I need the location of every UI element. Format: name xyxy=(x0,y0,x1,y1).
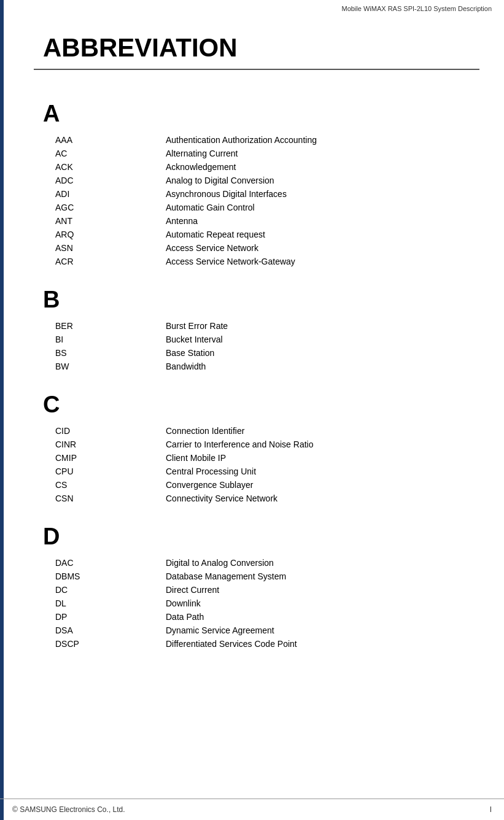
definition: Asynchronous Digital Interfaces xyxy=(166,187,492,201)
table-row: BWBandwidth xyxy=(55,360,492,373)
definition: Convergence Sublayer xyxy=(166,478,492,492)
table-row: ADCAnalog to Digital Conversion xyxy=(55,174,492,187)
definition: Connectivity Service Network xyxy=(166,492,492,505)
table-row: CMIPClient Mobile IP xyxy=(55,451,492,465)
abbreviation: CID xyxy=(55,424,166,438)
definition: Automatic Repeat request xyxy=(166,228,492,241)
definition: Antenna xyxy=(166,214,492,228)
definition: Analog to Digital Conversion xyxy=(166,174,492,187)
abbreviation: AAA xyxy=(55,133,166,147)
definition: Client Mobile IP xyxy=(166,451,492,465)
definition: Central Processing Unit xyxy=(166,465,492,478)
table-row: ACAlternating Current xyxy=(55,147,492,160)
abbreviation: DP xyxy=(55,610,166,624)
abbreviation: BS xyxy=(55,346,166,360)
section-d: DDACDigital to Analog ConversionDBMSData… xyxy=(43,524,479,651)
table-row: DSADynamic Service Agreement xyxy=(55,624,492,637)
abbreviation: DSA xyxy=(55,624,166,637)
table-row: CINRCarrier to Interference and Noise Ra… xyxy=(55,438,492,451)
left-bar xyxy=(0,0,4,820)
definition: Acknowledgement xyxy=(166,160,492,174)
abbreviation: BER xyxy=(55,319,166,333)
definition: Access Service Network-Gateway xyxy=(166,255,492,268)
abbreviation: DBMS xyxy=(55,570,166,583)
abbr-table-c: CIDConnection IdentifierCINRCarrier to I… xyxy=(55,424,492,505)
table-row: ADIAsynchronous Digital Interfaces xyxy=(55,187,492,201)
abbreviation: AC xyxy=(55,147,166,160)
abbreviation: CSN xyxy=(55,492,166,505)
definition: Authentication Authorization Accounting xyxy=(166,133,492,147)
definition: Direct Current xyxy=(166,583,492,597)
definition: Digital to Analog Conversion xyxy=(166,556,492,570)
abbreviation: ACK xyxy=(55,160,166,174)
definition: Alternating Current xyxy=(166,147,492,160)
table-row: CSNConnectivity Service Network xyxy=(55,492,492,505)
table-row: BIBucket Interval xyxy=(55,333,492,346)
content-area: AAAAAuthentication Authorization Account… xyxy=(6,70,504,675)
definition: Connection Identifier xyxy=(166,424,492,438)
definition: Differentiated Services Code Point xyxy=(166,637,492,651)
table-row: BERBurst Error Rate xyxy=(55,319,492,333)
abbr-table-b: BERBurst Error RateBIBucket IntervalBSBa… xyxy=(55,319,492,373)
definition: Data Path xyxy=(166,610,492,624)
definition: Bucket Interval xyxy=(166,333,492,346)
abbreviation: ADI xyxy=(55,187,166,201)
table-row: CSConvergence Sublayer xyxy=(55,478,492,492)
section-a: AAAAAuthentication Authorization Account… xyxy=(43,101,479,268)
table-row: CPUCentral Processing Unit xyxy=(55,465,492,478)
section-letter-a: A xyxy=(43,101,479,127)
definition: Database Management System xyxy=(166,570,492,583)
header-title: Mobile WiMAX RAS SPI-2L10 System Descrip… xyxy=(341,5,492,12)
definition: Downlink xyxy=(166,597,492,610)
abbreviation: ADC xyxy=(55,174,166,187)
definition: Burst Error Rate xyxy=(166,319,492,333)
abbreviation: DAC xyxy=(55,556,166,570)
abbr-table-a: AAAAuthentication Authorization Accounti… xyxy=(55,133,492,268)
abbreviation: DC xyxy=(55,583,166,597)
table-row: ACRAccess Service Network-Gateway xyxy=(55,255,492,268)
table-row: ASNAccess Service Network xyxy=(55,241,492,255)
section-letter-d: D xyxy=(43,524,479,550)
abbreviation: ACR xyxy=(55,255,166,268)
table-row: AAAAuthentication Authorization Accounti… xyxy=(55,133,492,147)
table-row: BSBase Station xyxy=(55,346,492,360)
table-row: DCDirect Current xyxy=(55,583,492,597)
table-row: DPData Path xyxy=(55,610,492,624)
section-letter-c: C xyxy=(43,392,479,418)
definition: Base Station xyxy=(166,346,492,360)
abbreviation: BW xyxy=(55,360,166,373)
abbreviation: DL xyxy=(55,597,166,610)
footer-page-number: I xyxy=(490,805,492,814)
table-row: DACDigital to Analog Conversion xyxy=(55,556,492,570)
abbreviation: CINR xyxy=(55,438,166,451)
table-row: AGCAutomatic Gain Control xyxy=(55,201,492,214)
table-row: ARQAutomatic Repeat request xyxy=(55,228,492,241)
abbreviation: BI xyxy=(55,333,166,346)
definition: Bandwidth xyxy=(166,360,492,373)
table-row: ANTAntenna xyxy=(55,214,492,228)
table-row: CIDConnection Identifier xyxy=(55,424,492,438)
page-header: Mobile WiMAX RAS SPI-2L10 System Descrip… xyxy=(0,0,504,15)
abbreviation: CMIP xyxy=(55,451,166,465)
abbreviation: ANT xyxy=(55,214,166,228)
abbr-table-d: DACDigital to Analog ConversionDBMSDatab… xyxy=(55,556,492,651)
definition: Automatic Gain Control xyxy=(166,201,492,214)
table-row: DSCPDifferentiated Services Code Point xyxy=(55,637,492,651)
definition: Access Service Network xyxy=(166,241,492,255)
footer-copyright: © SAMSUNG Electronics Co., Ltd. xyxy=(12,805,125,814)
abbreviation: CS xyxy=(55,478,166,492)
page-footer: © SAMSUNG Electronics Co., Ltd. I xyxy=(0,799,504,820)
table-row: DBMSDatabase Management System xyxy=(55,570,492,583)
section-letter-b: B xyxy=(43,287,479,313)
abbreviation: CPU xyxy=(55,465,166,478)
abbreviation: AGC xyxy=(55,201,166,214)
table-row: ACKAcknowledgement xyxy=(55,160,492,174)
definition: Dynamic Service Agreement xyxy=(166,624,492,637)
table-row: DLDownlink xyxy=(55,597,492,610)
definition: Carrier to Interference and Noise Ratio xyxy=(166,438,492,451)
page-title: ABBREVIATION xyxy=(6,15,504,69)
abbreviation: DSCP xyxy=(55,637,166,651)
section-b: BBERBurst Error RateBIBucket IntervalBSB… xyxy=(43,287,479,373)
section-c: CCIDConnection IdentifierCINRCarrier to … xyxy=(43,392,479,505)
abbreviation: ASN xyxy=(55,241,166,255)
